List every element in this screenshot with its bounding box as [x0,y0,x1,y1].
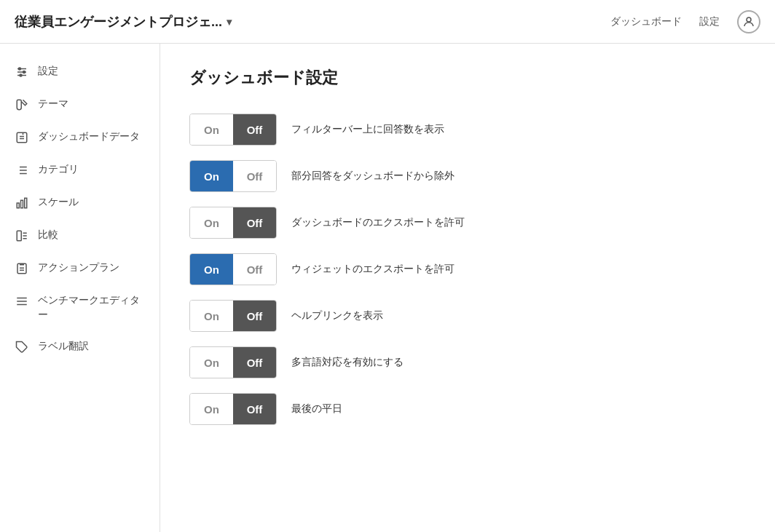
sidebar-item-label: スケール [38,195,145,210]
setting-label: 最後の平日 [291,402,342,416]
toggle-on-label: On [190,394,233,424]
app-title: 従業員エンゲージメントプロジェ... ▾ [15,13,610,31]
toggle-multilingual[interactable]: OnOff [189,346,277,378]
svg-rect-7 [17,132,27,143]
svg-rect-17 [21,200,23,208]
sidebar-item-scale[interactable]: スケール [0,186,160,219]
toggle-on-label: On [190,254,233,285]
toggle-off-label: Off [233,161,276,191]
toggle-show-help[interactable]: OnOff [189,300,277,332]
setting-row: OnOffダッシュボードのエクスポートを許可 [189,202,746,243]
sliders-icon [15,65,29,79]
setting-row: OnOffヘルプリンクを表示 [189,295,746,336]
toggle-filter-bar-count[interactable]: OnOff [189,114,277,146]
svg-rect-19 [17,231,21,241]
tag-icon [15,340,29,354]
setting-row: OnOff多言語対応を有効にする [189,342,746,383]
toggle-on-label: On [190,347,233,378]
chevron-down-icon[interactable]: ▾ [227,16,232,28]
page-title: ダッシュボード設定 [189,67,746,89]
sidebar-item-settings[interactable]: 設定 [0,55,160,88]
setting-label: ダッシュボードのエクスポートを許可 [291,216,465,229]
svg-point-4 [19,68,21,70]
sidebar-item-label: 設定 [38,64,145,79]
toggle-on-label: On [190,301,233,331]
svg-rect-16 [17,203,19,208]
toggle-off-label: Off [233,394,276,424]
list-icon [15,163,29,178]
setting-label: 部分回答をダッシュボードから除外 [291,170,455,183]
sidebar-item-label: ラベル翻訳 [38,339,145,354]
bar-chart-icon [15,196,29,210]
top-nav: 従業員エンゲージメントプロジェ... ▾ ダッシュボード 設定 [0,0,775,44]
toggle-off-label: Off [233,207,276,238]
toggle-off-label: Off [233,347,276,378]
setting-row: OnOffフィルターバー上に回答数を表示 [189,109,746,150]
toggle-exclude-partial[interactable]: OnOff [189,160,277,192]
sidebar-item-dashboard-data[interactable]: ダッシュボードデータ [0,121,160,154]
nav-dashboard[interactable]: ダッシュボード [610,15,682,28]
svg-point-0 [747,17,751,22]
toggle-off-label: Off [233,301,276,331]
sidebar-item-label: 比較 [38,228,145,242]
toggle-on-label: On [190,207,233,238]
compare-icon [15,229,29,243]
sidebar-item-category[interactable]: カテゴリ [0,154,160,186]
sidebar-item-theme[interactable]: テーマ [0,88,160,121]
setting-label: 多言語対応を有効にする [291,356,404,369]
sidebar-item-benchmark[interactable]: ベンチマークエディター [0,285,160,330]
sidebar-item-label-translation[interactable]: ラベル翻訳 [0,330,160,363]
setting-label: ウィジェットのエクスポートを許可 [291,263,455,276]
svg-rect-18 [25,198,27,208]
setting-row: OnOff最後の平日 [189,389,746,429]
sidebar-item-label: ベンチマークエディター [38,293,145,322]
setting-label: フィルターバー上に回答数を表示 [291,123,444,136]
sidebar: 設定 テーマ ダッシュボードデータ [0,44,160,532]
clipboard-icon [15,261,29,276]
sidebar-item-action-plan[interactable]: アクションプラン [0,252,160,285]
nav-settings[interactable]: 設定 [699,15,720,28]
sidebar-item-label: アクションプラン [38,261,145,275]
toggle-off-label: Off [233,114,276,145]
benchmark-icon [15,294,29,309]
toggle-on-label: On [190,114,233,145]
svg-point-5 [23,71,25,74]
setting-label: ヘルプリンクを表示 [291,309,383,322]
setting-row: OnOffウィジェットのエクスポートを許可 [189,249,746,290]
svg-point-6 [20,74,22,76]
sidebar-item-label: カテゴリ [38,162,145,177]
sidebar-item-label: ダッシュボードデータ [38,130,145,144]
avatar[interactable] [737,10,760,33]
setting-row: OnOff部分回答をダッシュボードから除外 [189,156,746,196]
toggle-last-weekday[interactable]: OnOff [189,393,277,425]
sidebar-item-compare[interactable]: 比較 [0,219,160,252]
main-content: ダッシュボード設定 OnOffフィルターバー上に回答数を表示OnOff部分回答を… [160,44,775,532]
brush-icon [15,98,29,112]
toggle-off-label: Off [233,254,276,285]
sidebar-item-label: テーマ [38,97,145,111]
toggle-allow-export[interactable]: OnOff [189,207,277,239]
toggle-on-label: On [190,161,233,191]
settings-list: OnOffフィルターバー上に回答数を表示OnOff部分回答をダッシュボードから除… [189,109,746,429]
toggle-widget-export[interactable]: OnOff [189,253,277,285]
edit-icon [15,130,29,145]
